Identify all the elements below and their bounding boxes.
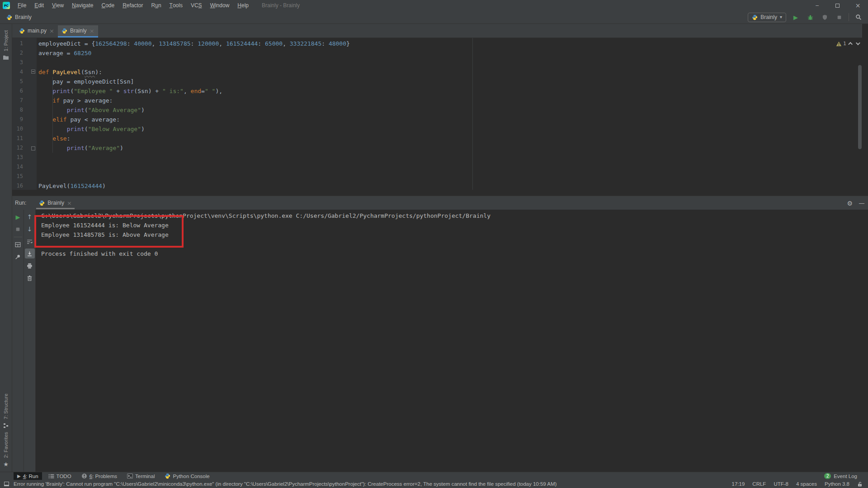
status-item[interactable]: 17:19 (732, 481, 745, 487)
structure-tool-button[interactable]: 7: Structure (3, 394, 9, 419)
tool-window-bar: ▶4: Run TODO 6: Problems Terminal Python… (0, 472, 868, 480)
menu-help[interactable]: Help (233, 0, 253, 11)
run-with-coverage-button[interactable] (820, 12, 830, 22)
scroll-to-end-button[interactable] (25, 249, 35, 258)
tool-window-button-todo[interactable]: TODO (45, 472, 75, 480)
pin-icon (15, 254, 21, 260)
line-number: 3 (13, 58, 23, 67)
menu-window[interactable]: Window (206, 0, 234, 11)
toggle-toolwindows-icon[interactable] (4, 482, 9, 486)
close-icon[interactable]: × (67, 200, 72, 206)
menu-code[interactable]: Code (97, 0, 118, 11)
restore-layout-icon (15, 242, 21, 248)
menu-run[interactable]: Run (147, 0, 165, 11)
editor-tab-brainly[interactable]: Brainly× (58, 25, 98, 38)
run-config-label: Brainly (760, 14, 777, 20)
tool-window-button-terminal[interactable]: Terminal (123, 472, 158, 480)
clear-console-button[interactable] (25, 273, 35, 283)
run-config-select[interactable]: Brainly ▾ (748, 13, 786, 22)
editor-region: main.py× Brainly× 1234567891011121314151… (12, 24, 862, 190)
menu-tools[interactable]: Tools (165, 0, 187, 11)
search-everywhere-button[interactable] (854, 12, 863, 22)
status-message[interactable]: Error running 'Brainly': Cannot run prog… (14, 481, 557, 487)
line-number: 10 (13, 124, 23, 134)
project-tool-button[interactable]: 1: Project (3, 30, 9, 60)
console-output[interactable]: C:\Users\Gabriel2\PycharmProjects\python… (36, 210, 868, 472)
window-controls: – × (807, 0, 868, 11)
breadcrumb[interactable]: Brainly (6, 14, 32, 20)
star-icon: ★ (3, 461, 9, 467)
lock-indicator[interactable] (857, 481, 863, 487)
unlocked-padlock-icon (857, 481, 863, 487)
toolbar-divider (14, 237, 22, 237)
maximize-button[interactable] (827, 0, 848, 11)
code-line: else: (38, 134, 862, 143)
python-icon (19, 28, 25, 34)
editor-gutter: 12345678910111213141516 (12, 38, 37, 190)
fold-marker[interactable] (31, 70, 35, 74)
close-icon[interactable]: × (90, 28, 94, 34)
todo-list-icon (48, 474, 54, 479)
stop-button[interactable] (834, 12, 844, 22)
editor[interactable]: 12345678910111213141516 employeeDict = {… (12, 38, 862, 190)
tool-window-button-problems[interactable]: 6: Problems (78, 472, 121, 480)
status-item[interactable]: Python 3.8 (825, 481, 849, 487)
editor-tab-main-py[interactable]: main.py× (15, 25, 58, 38)
scroll-to-end-icon (27, 251, 33, 257)
code-line: print("Average") (38, 143, 862, 153)
gear-icon[interactable]: ⚙ (847, 200, 853, 206)
code-line (38, 58, 862, 67)
tool-window-label: Terminal (135, 474, 155, 479)
line-number: 5 (13, 77, 23, 86)
menu-file[interactable]: File (14, 0, 30, 11)
soft-wrap-button[interactable] (25, 236, 35, 246)
run-button[interactable]: ▶ (791, 12, 801, 22)
pin-tab-button[interactable] (13, 252, 23, 262)
status-item[interactable]: UTF-8 (774, 481, 788, 487)
line-number: 7 (13, 96, 23, 105)
menu-view[interactable]: View (48, 0, 68, 11)
rerun-button[interactable]: ▶ (13, 212, 23, 222)
tool-window-button-run[interactable]: ▶4: Run (14, 472, 42, 480)
code-area[interactable]: employeeDict = {162564298: 40000, 131485… (38, 39, 862, 190)
tool-window-label: 4: Run (23, 474, 38, 479)
favorites-tool-button[interactable]: 2: Favorites (3, 432, 9, 458)
previous-problem-icon[interactable] (848, 42, 853, 47)
status-item[interactable]: CRLF (752, 481, 766, 487)
menu-refactor[interactable]: Refactor (118, 0, 147, 11)
line-number: 13 (13, 153, 23, 162)
python-icon (6, 14, 12, 20)
close-icon[interactable]: × (49, 28, 54, 34)
tool-window-button-python-console[interactable]: Python Console (161, 472, 213, 480)
fold-marker[interactable] (31, 146, 35, 150)
chevron-down-icon: ▾ (780, 15, 782, 19)
close-button[interactable]: × (848, 0, 868, 11)
line-number: 15 (13, 172, 23, 181)
run-actions-toolbar: ▶ (12, 210, 24, 472)
minimize-button[interactable]: – (807, 0, 827, 11)
up-stack-trace-button[interactable]: ↑ (25, 212, 35, 222)
terminal-icon (127, 473, 133, 479)
print-button[interactable] (25, 261, 35, 271)
run-body: ▶ ↑ ↓ (12, 210, 868, 472)
menu-navigate[interactable]: Navigate (68, 0, 97, 11)
status-item[interactable]: 4 spaces (796, 481, 817, 487)
problems-icon (81, 473, 87, 479)
inspection-widget[interactable]: 1 (836, 41, 859, 47)
menu-edit[interactable]: Edit (30, 0, 48, 11)
debug-button[interactable] (805, 12, 815, 22)
restore-layout-button[interactable] (13, 239, 23, 249)
window-title: Brainly - Brainly (262, 2, 300, 9)
code-line: average = 68250 (38, 48, 862, 58)
editor-scrollbar[interactable] (858, 65, 862, 149)
event-log-button[interactable]: 2 Event Log (824, 473, 857, 479)
event-log-label: Event Log (834, 474, 857, 479)
down-stack-trace-button[interactable]: ↓ (25, 224, 35, 234)
printer-icon (27, 263, 33, 269)
hide-panel-button[interactable]: — (859, 200, 864, 206)
run-tab-brainly[interactable]: Brainly × (36, 196, 75, 210)
menu-vcs[interactable]: VCS (187, 0, 206, 11)
stop-process-button[interactable] (13, 224, 23, 234)
code-line: print("Employee " + str(Ssn) + " is:", e… (38, 86, 862, 96)
red-annotation-box (34, 215, 184, 248)
